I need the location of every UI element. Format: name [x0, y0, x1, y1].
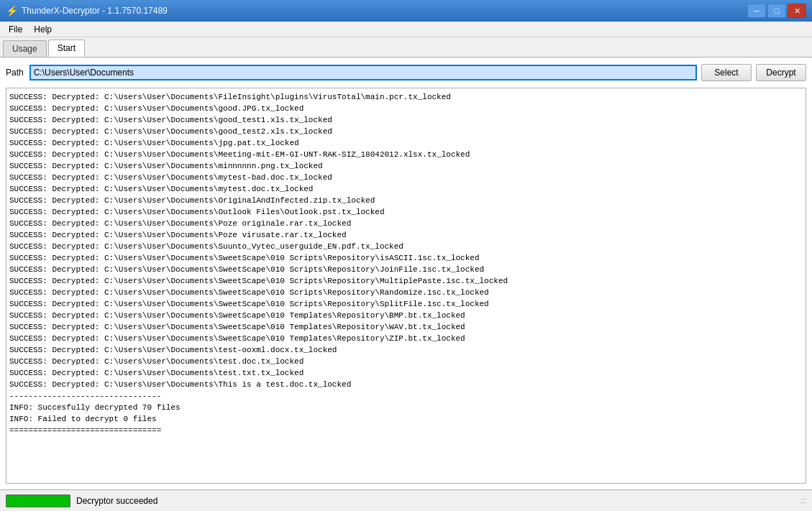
log-line: SUCCESS: Decrypted: C:\Users\User\Docume… — [9, 356, 803, 367]
log-line: SUCCESS: Decrypted: C:\Users\User\Docume… — [9, 126, 803, 137]
log-line: SUCCESS: Decrypted: C:\Users\User\Docume… — [9, 218, 803, 229]
log-line: SUCCESS: Decrypted: C:\Users\User\Docume… — [9, 241, 803, 252]
progress-bar-inner — [6, 495, 70, 507]
log-line: SUCCESS: Decrypted: C:\Users\User\Docume… — [9, 172, 803, 183]
path-row: Path Select Decrypt — [6, 63, 806, 82]
log-line: SUCCESS: Decrypted: C:\Users\User\Docume… — [9, 103, 803, 114]
log-area[interactable]: SUCCESS: Decrypted: C:\Users\User\Docume… — [6, 88, 806, 484]
restore-button[interactable]: □ — [767, 4, 786, 18]
main-content: Path Select Decrypt SUCCESS: Decrypted: … — [0, 57, 812, 489]
log-line: SUCCESS: Decrypted: C:\Users\User\Docume… — [9, 229, 803, 241]
window-title: ThunderX-Decryptor - 1.1.7570.17489 — [22, 6, 747, 16]
path-label: Path — [6, 68, 24, 78]
log-line: SUCCESS: Decrypted: C:\Users\User\Docume… — [9, 252, 803, 264]
title-bar: ⚡ ThunderX-Decryptor - 1.1.7570.17489 ─ … — [0, 0, 812, 22]
log-line: SUCCESS: Decrypted: C:\Users\User\Docume… — [9, 137, 803, 149]
tab-bar: Usage Start — [0, 37, 812, 57]
app-icon: ⚡ — [6, 5, 17, 17]
window-controls: ─ □ ✕ — [747, 4, 806, 18]
log-line: SUCCESS: Decrypted: C:\Users\User\Docume… — [9, 321, 803, 333]
status-bar: Decryptor succeeded ::: — [0, 489, 812, 511]
log-line: SUCCESS: Decrypted: C:\Users\User\Docume… — [9, 91, 803, 103]
select-button[interactable]: Select — [701, 64, 752, 81]
log-line: SUCCESS: Decrypted: C:\Users\User\Docume… — [9, 367, 803, 379]
status-text: Decryptor succeeded — [76, 496, 158, 506]
log-line: SUCCESS: Decrypted: C:\Users\User\Docume… — [9, 183, 803, 195]
resize-grip: ::: — [800, 497, 806, 505]
log-line: SUCCESS: Decrypted: C:\Users\User\Docume… — [9, 333, 803, 344]
log-line: SUCCESS: Decrypted: C:\Users\User\Docume… — [9, 195, 803, 206]
log-line: INFO: Failed to decrypt 0 files — [9, 413, 803, 425]
log-line: SUCCESS: Decrypted: C:\Users\User\Docume… — [9, 298, 803, 310]
tab-usage[interactable]: Usage — [3, 40, 47, 57]
decrypt-button[interactable]: Decrypt — [756, 64, 806, 81]
log-line: SUCCESS: Decrypted: C:\Users\User\Docume… — [9, 206, 803, 218]
log-line: SUCCESS: Decrypted: C:\Users\User\Docume… — [9, 379, 803, 390]
log-line: ================================ — [9, 425, 803, 436]
log-line: SUCCESS: Decrypted: C:\Users\User\Docume… — [9, 275, 803, 287]
help-menu[interactable]: Help — [28, 23, 58, 36]
log-line: SUCCESS: Decrypted: C:\Users\User\Docume… — [9, 344, 803, 356]
progress-bar-outer — [6, 494, 70, 507]
log-line: SUCCESS: Decrypted: C:\Users\User\Docume… — [9, 264, 803, 275]
log-line: SUCCESS: Decrypted: C:\Users\User\Docume… — [9, 160, 803, 172]
log-line: INFO: Succesfully decrypted 70 files — [9, 402, 803, 413]
log-line: SUCCESS: Decrypted: C:\Users\User\Docume… — [9, 287, 803, 298]
minimize-button[interactable]: ─ — [747, 4, 766, 18]
log-line: SUCCESS: Decrypted: C:\Users\User\Docume… — [9, 149, 803, 160]
tab-start[interactable]: Start — [48, 40, 85, 57]
close-button[interactable]: ✕ — [788, 4, 806, 18]
log-line: SUCCESS: Decrypted: C:\Users\User\Docume… — [9, 310, 803, 321]
log-line: -------------------------------- — [9, 390, 803, 402]
file-menu[interactable]: File — [3, 23, 28, 36]
log-line: SUCCESS: Decrypted: C:\Users\User\Docume… — [9, 114, 803, 126]
path-input[interactable] — [29, 65, 697, 80]
menu-bar: File Help — [0, 22, 812, 37]
